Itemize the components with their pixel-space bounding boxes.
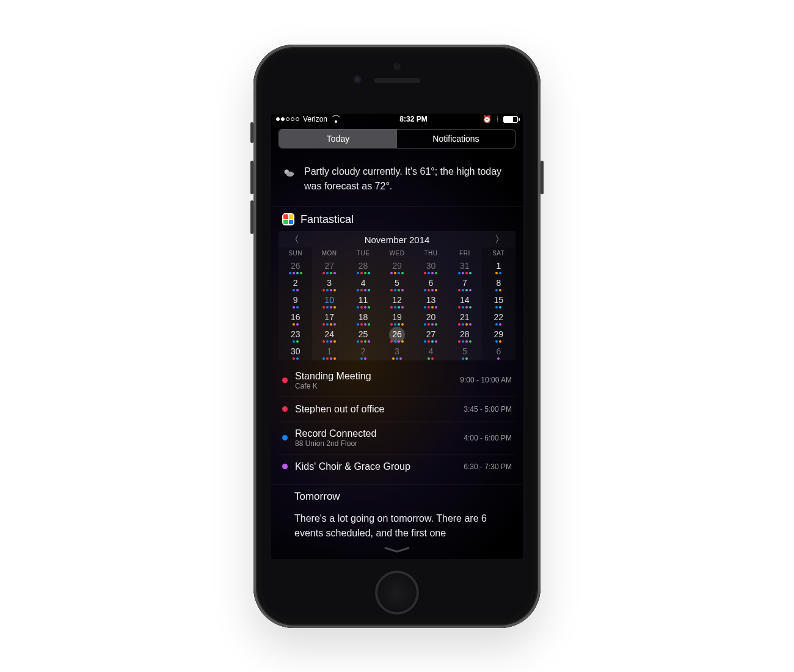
- event-title: Standing Meeting: [295, 370, 455, 382]
- grabber-icon[interactable]: [271, 541, 523, 559]
- calendar-day[interactable]: 27: [414, 326, 448, 343]
- calendar-day[interactable]: 28: [448, 326, 481, 343]
- dow-label: SAT: [482, 247, 515, 258]
- calendar-day[interactable]: 1: [482, 258, 515, 275]
- volume-down[interactable]: [250, 200, 253, 234]
- dow-label: SUN: [279, 247, 312, 258]
- home-button[interactable]: [375, 571, 419, 615]
- event-color-dot: [282, 378, 288, 383]
- clock-label: 8:32 PM: [344, 115, 483, 123]
- event-color-dot: [282, 435, 288, 440]
- calendar-day[interactable]: 29: [380, 258, 413, 275]
- calendar-day[interactable]: 12: [380, 292, 413, 309]
- event-row[interactable]: Kids' Choir & Grace Group6:30 - 7:30 PM: [279, 455, 515, 478]
- status-bar: Verizon 8:32 PM ⏰ ᚼ: [271, 114, 523, 126]
- calendar-day[interactable]: 18: [346, 309, 380, 326]
- calendar-day[interactable]: 16: [279, 309, 312, 326]
- calendar-day[interactable]: 30: [279, 343, 312, 360]
- calendar-day[interactable]: 8: [482, 275, 515, 292]
- calendar-day[interactable]: 29: [482, 326, 515, 343]
- prev-month-button[interactable]: 〈: [287, 233, 302, 246]
- tomorrow-section: Tomorrow There's a lot going on tomorrow…: [271, 484, 523, 541]
- calendar-day[interactable]: 4: [414, 343, 448, 360]
- dow-label: THU: [414, 247, 448, 258]
- fantastical-app-icon: [282, 213, 294, 225]
- calendar-day[interactable]: 21: [448, 309, 481, 326]
- calendar-day[interactable]: 26: [380, 326, 413, 343]
- svg-point-1: [286, 172, 294, 177]
- calendar-day[interactable]: 23: [279, 326, 312, 343]
- calendar-day[interactable]: 11: [346, 292, 380, 309]
- tomorrow-heading: Tomorrow: [282, 491, 512, 503]
- dow-label: TUE: [346, 247, 380, 258]
- calendar-day[interactable]: 13: [414, 292, 448, 309]
- calendar-day[interactable]: 10: [312, 292, 346, 309]
- proximity-sensor: [393, 63, 401, 70]
- event-time: 6:30 - 7:30 PM: [464, 462, 512, 471]
- power-button[interactable]: [541, 161, 544, 194]
- weather-text: Partly cloudy currently. It's 61°; the h…: [304, 164, 512, 192]
- tab-today[interactable]: Today: [279, 130, 397, 148]
- calendar-day[interactable]: 6: [414, 275, 448, 292]
- event-row[interactable]: Stephen out of office3:45 - 5:00 PM: [279, 397, 515, 422]
- wifi-icon: [331, 115, 341, 123]
- calendar-day[interactable]: 17: [312, 309, 346, 326]
- event-time: 3:45 - 5:00 PM: [464, 405, 512, 414]
- calendar: 〈 November 2014 〉 SUNMONTUEWEDTHUFRISAT …: [279, 231, 515, 360]
- calendar-day[interactable]: 3: [312, 275, 346, 292]
- event-color-dot: [282, 406, 288, 412]
- calendar-day[interactable]: 26: [279, 258, 312, 275]
- calendar-day[interactable]: 9: [279, 292, 312, 309]
- fantastical-widget: Fantastical 〈 November 2014 〉 SUNMONTUEW…: [271, 207, 523, 481]
- event-title: Record Connected: [295, 428, 459, 439]
- view-segmented: Today Notifications: [279, 129, 515, 148]
- event-title: Kids' Choir & Grace Group: [295, 461, 459, 472]
- calendar-day[interactable]: 19: [380, 309, 413, 326]
- calendar-day[interactable]: 15: [482, 292, 515, 309]
- event-location: 88 Union 2nd Floor: [295, 439, 459, 448]
- next-month-button[interactable]: 〉: [492, 233, 507, 246]
- carrier-label: Verizon: [303, 115, 327, 123]
- calendar-day[interactable]: 14: [448, 292, 481, 309]
- calendar-day[interactable]: 3: [380, 343, 413, 360]
- event-row[interactable]: Standing MeetingCafe K9:00 - 10:00 AM: [279, 364, 515, 397]
- bluetooth-icon: ᚼ: [495, 115, 500, 123]
- dow-label: FRI: [448, 247, 481, 258]
- calendar-day[interactable]: 2: [346, 343, 380, 360]
- calendar-day[interactable]: 5: [380, 275, 413, 292]
- calendar-day[interactable]: 31: [448, 258, 481, 275]
- calendar-day[interactable]: 20: [414, 309, 448, 326]
- event-time: 4:00 - 6:00 PM: [464, 434, 512, 442]
- event-location: Cafe K: [295, 382, 455, 390]
- calendar-day[interactable]: 25: [346, 326, 380, 343]
- volume-up[interactable]: [250, 161, 253, 194]
- battery-icon: [503, 116, 518, 123]
- calendar-day[interactable]: 27: [312, 258, 346, 275]
- calendar-day[interactable]: 24: [312, 326, 346, 343]
- calendar-day[interactable]: 6: [482, 343, 515, 360]
- mute-switch[interactable]: [250, 122, 253, 143]
- month-label: November 2014: [365, 235, 430, 245]
- tomorrow-text: There's a lot going on tomorrow. There a…: [282, 511, 512, 541]
- signal-icon: [276, 117, 299, 121]
- calendar-day[interactable]: 5: [448, 343, 481, 360]
- event-title: Stephen out of office: [295, 403, 459, 415]
- phone-frame: Verizon 8:32 PM ⏰ ᚼ Today Notifications …: [253, 45, 541, 628]
- event-time: 9:00 - 10:00 AM: [460, 376, 512, 384]
- front-camera: [353, 75, 362, 84]
- screen: Verizon 8:32 PM ⏰ ᚼ Today Notifications …: [271, 114, 523, 559]
- dow-label: MON: [312, 247, 346, 258]
- alarm-icon: ⏰: [483, 115, 492, 123]
- calendar-day[interactable]: 4: [346, 275, 380, 292]
- calendar-day[interactable]: 7: [448, 275, 481, 292]
- calendar-day[interactable]: 2: [279, 275, 312, 292]
- calendar-day[interactable]: 30: [414, 258, 448, 275]
- calendar-day[interactable]: 1: [312, 343, 346, 360]
- dow-label: WED: [380, 247, 413, 258]
- tab-notifications[interactable]: Notifications: [397, 130, 515, 148]
- calendar-day[interactable]: 22: [482, 309, 515, 326]
- calendar-day[interactable]: 28: [346, 258, 380, 275]
- earpiece-speaker: [374, 78, 420, 83]
- event-row[interactable]: Record Connected88 Union 2nd Floor4:00 -…: [279, 422, 515, 455]
- weather-summary: Partly cloudy currently. It's 61°; the h…: [271, 155, 523, 206]
